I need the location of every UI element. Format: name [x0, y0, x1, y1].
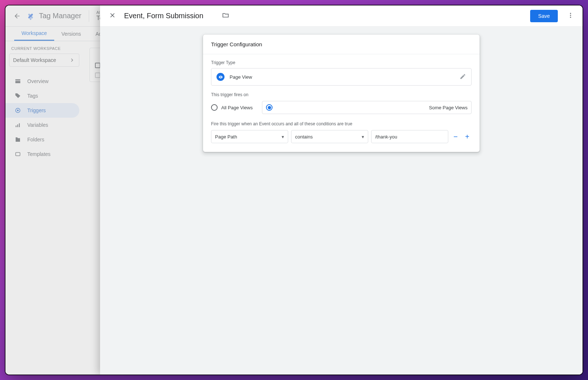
- condition-label: Fire this trigger when an Event occurs a…: [211, 121, 472, 126]
- trigger-type-value: Page View: [230, 74, 454, 80]
- fires-on-label: This trigger fires on: [211, 92, 472, 97]
- condition-value-input[interactable]: [371, 130, 448, 143]
- svg-point-10: [570, 15, 571, 16]
- radio-label: Some Page Views: [429, 105, 468, 110]
- chevron-down-icon: ▾: [282, 134, 284, 140]
- radio-some-page-views[interactable]: Some Page Views: [262, 101, 472, 114]
- remove-condition-button[interactable]: −: [451, 133, 460, 141]
- editor-header: Save: [100, 5, 583, 27]
- svg-point-11: [570, 17, 571, 18]
- radio-label: All Page Views: [221, 105, 253, 110]
- radio-icon: [266, 104, 273, 111]
- fires-on-radiogroup: All Page Views Some Page Views: [211, 101, 472, 114]
- trigger-type-label: Trigger Type: [211, 60, 472, 65]
- kebab-icon: [567, 12, 574, 19]
- folder-outline-icon: [222, 12, 229, 19]
- page-view-icon: [216, 73, 225, 81]
- trigger-type-selector[interactable]: Page View: [211, 68, 472, 86]
- add-condition-button[interactable]: +: [463, 133, 472, 141]
- close-button[interactable]: [107, 9, 118, 22]
- trigger-name-input[interactable]: [123, 10, 217, 22]
- chevron-down-icon: ▾: [362, 134, 364, 140]
- condition-row: Page Path ▾ contains ▾ − +: [211, 130, 472, 143]
- select-value: Page Path: [215, 134, 237, 140]
- pencil-icon: [460, 73, 466, 80]
- save-button[interactable]: Save: [530, 10, 558, 22]
- editor-body: Trigger Configuration Trigger Type Page …: [100, 27, 583, 375]
- choose-folder-button[interactable]: [222, 12, 229, 20]
- edit-type-button[interactable]: [460, 73, 466, 81]
- svg-point-12: [220, 77, 221, 77]
- select-value: contains: [295, 134, 313, 140]
- trigger-editor-panel: Save Trigger Configuration Trigger Type …: [100, 5, 583, 375]
- radio-icon: [211, 104, 218, 111]
- radio-all-page-views[interactable]: All Page Views: [211, 104, 253, 111]
- condition-variable-select[interactable]: Page Path ▾: [211, 130, 288, 143]
- close-icon: [109, 12, 116, 19]
- panel-title: Trigger Configuration: [203, 35, 480, 54]
- more-menu-button[interactable]: [565, 10, 576, 22]
- condition-operator-select[interactable]: contains ▾: [291, 130, 368, 143]
- app-window: Tag Manager All accounts Testi Workspace…: [5, 5, 583, 375]
- svg-point-9: [570, 13, 571, 14]
- trigger-config-panel: Trigger Configuration Trigger Type Page …: [203, 35, 480, 152]
